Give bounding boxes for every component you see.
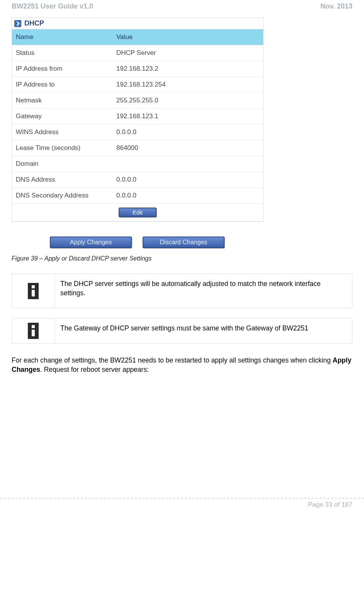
table-row: DNS Secondary Address0.0.0.0 (12, 188, 263, 204)
cell-name: Lease Time (seconds) (12, 140, 112, 156)
table-row: StatusDHCP Server (12, 45, 263, 61)
info-icon-cell (12, 274, 55, 308)
page-footer: Page 33 of 187 (0, 501, 364, 514)
note-text: The DHCP server settings will be automat… (55, 274, 352, 308)
doc-title: BW2251 User Guide v1.0 (12, 2, 93, 10)
body-text: . Request for reboot server appears: (40, 366, 149, 373)
cell-value: 255.255.255.0 (112, 93, 263, 109)
apply-changes-button[interactable]: Apply Changes (50, 237, 132, 248)
table-row: DNS Address0.0.0.0 (12, 172, 263, 188)
cell-name: DNS Secondary Address (12, 188, 112, 204)
dhcp-table: Name Value StatusDHCP Server IP Address … (12, 29, 263, 221)
col-value: Value (112, 29, 263, 45)
edit-button[interactable]: Edit (119, 208, 156, 217)
table-row: IP Address from192.168.123.2 (12, 61, 263, 77)
table-row: Gateway192.168.123.1 (12, 109, 263, 124)
cell-value (112, 156, 263, 172)
cell-name: Domain (12, 156, 112, 172)
panel-title: DHCP (24, 19, 44, 27)
body-text: For each change of settings, the BW2251 … (12, 356, 333, 364)
table-row: Edit (12, 204, 263, 221)
info-icon (28, 323, 39, 339)
cell-name: WINS Address (12, 124, 112, 140)
panel-title-bar: DHCP (12, 18, 263, 29)
page-header: BW2251 User Guide v1.0 Nov. 2013 (12, 0, 352, 17)
table-row: IP Address to192.168.123.254 (12, 77, 263, 93)
cell-name: Netmask (12, 93, 112, 109)
cell-name: IP Address to (12, 77, 112, 93)
arrow-right-icon (14, 20, 21, 27)
cell-name: Gateway (12, 109, 112, 124)
info-note: The DHCP server settings will be automat… (12, 274, 352, 308)
body-paragraph: For each change of settings, the BW2251 … (12, 354, 352, 374)
action-buttons: Apply Changes Discard Changes (12, 222, 263, 252)
page-separator (0, 498, 364, 499)
dhcp-panel: DHCP Name Value StatusDHCP Server IP Add… (12, 17, 264, 222)
cell-value: 0.0.0.0 (112, 172, 263, 188)
table-row: WINS Address0.0.0.0 (12, 124, 263, 140)
info-icon-cell (12, 318, 55, 343)
table-row: Lease Time (seconds)864000 (12, 140, 263, 156)
table-row: Domain (12, 156, 263, 172)
cell-value: DHCP Server (112, 45, 263, 61)
cell-value: 0.0.0.0 (112, 188, 263, 204)
col-name: Name (12, 29, 112, 45)
figure-caption: Figure 39 – Apply or Discard DHCP server… (12, 252, 352, 274)
note-text: The Gateway of DHCP server settings must… (55, 318, 352, 343)
cell-name: IP Address from (12, 61, 112, 77)
cell-value: 192.168.123.2 (112, 61, 263, 77)
info-icon (28, 283, 39, 299)
discard-changes-button[interactable]: Discard Changes (143, 237, 225, 248)
table-row: Netmask255.255.255.0 (12, 93, 263, 109)
info-note: The Gateway of DHCP server settings must… (12, 318, 352, 344)
cell-value: 192.168.123.254 (112, 77, 263, 93)
cell-name: DNS Address (12, 172, 112, 188)
cell-value: 864000 (112, 140, 263, 156)
cell-name: Status (12, 45, 112, 61)
doc-date: Nov. 2013 (320, 2, 352, 10)
cell-value: 192.168.123.1 (112, 109, 263, 124)
cell-value: 0.0.0.0 (112, 124, 263, 140)
